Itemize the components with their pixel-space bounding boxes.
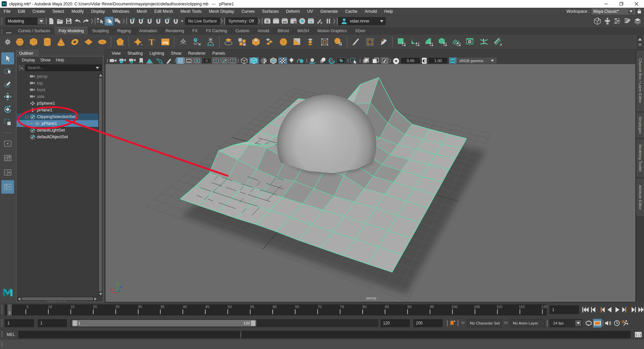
mute-audio-button[interactable] (604, 319, 612, 328)
shelf-sphereGrid-button[interactable] (331, 36, 345, 48)
playback-end-field[interactable]: 120 (380, 319, 410, 327)
menu-curves[interactable]: Curves (238, 8, 259, 15)
all-lights-button[interactable] (287, 57, 296, 64)
render-view-button[interactable] (263, 17, 272, 26)
safe-action-button[interactable] (220, 57, 228, 64)
menu-generate[interactable]: Generate (317, 8, 341, 15)
shelf-multiCut-button[interactable] (491, 36, 504, 48)
outliner-row-defaultObjectSet[interactable]: defaultObjectSet (17, 134, 98, 140)
make-live-button[interactable] (171, 17, 180, 26)
expand-arrow[interactable] (91, 17, 94, 26)
snap-projected-center-button[interactable] (154, 17, 162, 26)
toggle-channel-box-button[interactable] (613, 17, 622, 26)
shelf-split-button[interactable] (290, 36, 304, 48)
toggle-character-controls-button[interactable] (603, 17, 612, 26)
right-tab-attribute-editor[interactable]: Attribute Editor (637, 179, 644, 216)
menu-display[interactable]: Display (88, 8, 109, 15)
outliner-row-side[interactable]: side (17, 93, 98, 100)
shelf-boolean-union-button[interactable] (249, 36, 263, 48)
lasso-tool-button[interactable] (1, 65, 14, 77)
shelf-polyPlane-button[interactable] (82, 36, 95, 48)
shelf-knife-button[interactable] (349, 36, 363, 48)
shelf-tab-animation[interactable]: Animation (135, 28, 161, 35)
animation-preferences-button[interactable] (621, 319, 630, 328)
playhead[interactable]: 1 (7, 304, 12, 315)
command-divider[interactable] (240, 332, 241, 338)
pause-viewport-button[interactable] (324, 17, 333, 26)
material-textured-button[interactable] (269, 57, 278, 64)
animation-start-field[interactable]: 1 (5, 319, 34, 327)
viewport-3d-canvas[interactable]: perspxyz (106, 64, 635, 302)
shaded-textured-button[interactable] (259, 57, 268, 64)
camera-attributes-button[interactable] (128, 57, 138, 64)
cached-playback-button[interactable] (612, 319, 621, 328)
viewport-menu-renderer[interactable]: Renderer (185, 51, 209, 56)
display-render-globals-button[interactable] (298, 17, 307, 26)
shelf-extract-button[interactable] (235, 36, 249, 48)
snap-point-button[interactable] (145, 17, 154, 26)
shelf-layers-button[interactable] (304, 36, 318, 48)
search-dropdown-icon[interactable] (96, 67, 99, 69)
shelf-polyTorus-button[interactable] (68, 36, 82, 48)
range-slider-track[interactable]: 1120 (72, 320, 256, 327)
character-set-dropdown-icon[interactable] (459, 322, 467, 325)
separator-handle[interactable] (306, 56, 308, 65)
snap-curve-button[interactable] (136, 17, 145, 26)
shelf-tab-rendering[interactable]: Rendering (161, 28, 188, 35)
shadows-button[interactable] (308, 57, 317, 64)
live-surface-field[interactable]: No Live Surface (185, 17, 220, 25)
toggle-modeling-toolkit-button[interactable] (593, 17, 602, 26)
fps-selector[interactable]: 24 fps (549, 319, 582, 327)
shelf-tab-custom[interactable]: Custom (231, 28, 254, 35)
select-camera-button[interactable] (109, 57, 118, 64)
menu-surfaces[interactable]: Surfaces (258, 8, 282, 15)
outliner-search-input[interactable] (28, 65, 96, 70)
view-transform-selector[interactable]: sRGB gamma (457, 58, 496, 63)
range-end-handle[interactable] (251, 320, 255, 326)
select-hierarchy-button[interactable] (96, 17, 105, 26)
snap-grid-button[interactable] (127, 17, 136, 26)
outliner-menu-show[interactable]: Show (38, 58, 53, 62)
outliner-row-pPlane1[interactable]: pPlane1 (17, 120, 98, 127)
character-set-field[interactable]: No Character Set (467, 319, 502, 327)
shelf-locator-button[interactable] (176, 36, 190, 48)
right-tab-channel-box-layer-editor[interactable]: Channel Box / Layer Editor (637, 51, 644, 111)
shelf-duplicate-button[interactable] (263, 36, 276, 48)
close-button[interactable] (629, 0, 644, 8)
clip-editor-button[interactable] (593, 319, 602, 328)
shelf-polyCone-button[interactable] (54, 36, 68, 48)
select-object-button[interactable] (105, 17, 113, 26)
snap-view-plane-button[interactable] (162, 17, 171, 26)
shelf-tweak-button[interactable] (422, 36, 436, 48)
separator-handle[interactable] (546, 319, 548, 328)
outliner-row-front[interactable]: front (17, 87, 98, 93)
menu-set-selector[interactable]: Modeling (5, 17, 38, 25)
menu-uv[interactable]: UV (304, 8, 317, 15)
layout-outliner-persp-button[interactable] (1, 180, 14, 194)
outliner-row-persp[interactable]: persp (17, 73, 98, 80)
gamma-field[interactable]: 1.00 (429, 58, 447, 63)
step-forward-frame-button[interactable] (630, 306, 637, 314)
outliner-vscrollbar[interactable] (98, 73, 103, 296)
minimize-button[interactable] (599, 0, 614, 8)
gate-mask-button[interactable] (202, 57, 212, 64)
expand-arrow[interactable] (258, 17, 261, 26)
outliner-row-ClippingSelectionSet[interactable]: ClippingSelectionSet (17, 113, 98, 120)
rangebar-grip[interactable] (1, 319, 3, 328)
show-grid-button[interactable] (176, 57, 184, 64)
scale-tool-button[interactable] (1, 116, 14, 128)
layout-four-pane-button[interactable]: +++ (1, 151, 14, 165)
bookmark-view-button[interactable] (138, 57, 145, 64)
anim-layer-dropdown-icon[interactable] (502, 322, 510, 325)
shelf-tab-curves--surfaces[interactable]: Curves / Surfaces (14, 28, 54, 35)
workspace-selector[interactable]: Maya Classic* (592, 8, 635, 14)
render-layer-editor-button[interactable] (307, 17, 315, 26)
bookmark-range-button[interactable] (448, 319, 457, 328)
viewport-menu-view[interactable]: View (108, 51, 124, 56)
shelf-quadDraw-button[interactable] (394, 36, 408, 48)
separator-handle[interactable] (174, 56, 176, 65)
open-scene-button[interactable] (56, 17, 64, 26)
shelf-relax-button[interactable] (408, 36, 422, 48)
expand-arrow[interactable] (333, 17, 336, 26)
time-slider[interactable]: 1510152025303540455055606570758085909510… (5, 304, 547, 315)
